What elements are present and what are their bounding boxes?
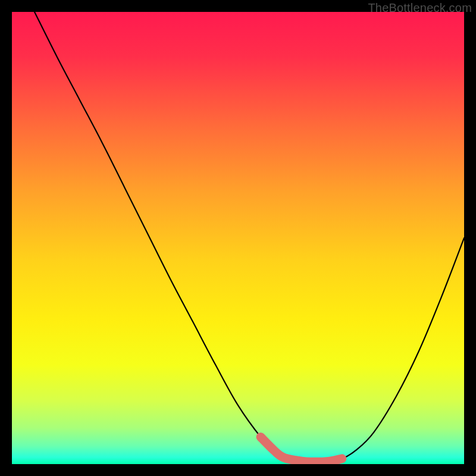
curve-layer xyxy=(12,12,464,464)
optimal-band-highlight xyxy=(261,437,342,462)
bottleneck-curve xyxy=(35,12,464,462)
plot-area xyxy=(12,12,464,464)
